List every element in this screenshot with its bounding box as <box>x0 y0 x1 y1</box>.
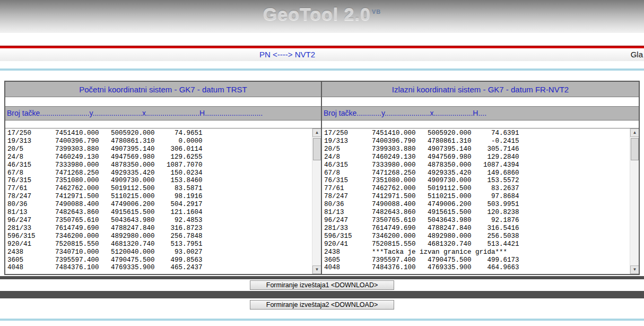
scroll-up-icon[interactable]: ▲ <box>630 128 639 137</box>
source-scrollbar[interactable]: ▲ ▼ <box>312 128 321 274</box>
dark-separator-2 <box>0 291 644 298</box>
app-title-text: GeoTool 2.0 <box>263 4 371 24</box>
report2-row: Formiranje izveštaja2 <DOWNLOAD> <box>0 299 644 310</box>
output-panel-spacer2 <box>322 121 639 128</box>
source-panel-spacer <box>5 97 321 106</box>
output-points-text: 17/250 7451410.000 5005920.000 74.6391 1… <box>324 130 629 274</box>
output-points-list[interactable]: 17/250 7451410.000 5005920.000 74.6391 1… <box>322 128 639 274</box>
report1-row: Formiranje izveštaja1 <DOWNLOAD> <box>0 280 644 290</box>
scroll-up-icon[interactable]: ▲ <box>312 128 321 137</box>
top-separator <box>0 68 644 71</box>
nav-bar: PN <----> NVT2 Gla <box>0 48 644 61</box>
mode-title: PN <----> NVT2 <box>259 50 315 59</box>
scroll-thumb[interactable] <box>313 138 321 160</box>
output-panel-spacer <box>322 97 639 106</box>
source-panel-spacer2 <box>5 121 321 128</box>
output-scrollbar[interactable]: ▲ ▼ <box>630 128 639 274</box>
source-points-text: 17/250 7451410.000 5005920.000 74.9651 1… <box>7 130 311 274</box>
main-menu-link[interactable]: Gla <box>631 50 643 59</box>
output-panel-title: Izlazni koordinatni sistem - GK7 - datum… <box>322 82 639 97</box>
app-title-superscript: VB <box>372 8 381 15</box>
app-title: GeoTool 2.0VB <box>263 4 381 24</box>
source-points-list[interactable]: 17/250 7451410.000 5005920.000 74.9651 1… <box>5 128 321 274</box>
source-columns-header: Broj tačke........................y.....… <box>5 106 321 121</box>
report1-download-button[interactable]: Formiranje izveštaja1 <DOWNLOAD> <box>250 280 394 290</box>
scroll-thumb[interactable] <box>631 138 639 160</box>
source-panel-title: Početni koordinatni sistem - GK7 - datum… <box>5 82 321 97</box>
report2-download-button[interactable]: Formiranje izveštaja2 <DOWNLOAD> <box>250 300 394 310</box>
coordinate-panels: Početni koordinatni sistem - GK7 - datum… <box>4 81 640 275</box>
output-panel: Izlazni koordinatni sistem - GK7 - datum… <box>322 82 639 274</box>
scroll-down-icon[interactable]: ▼ <box>630 265 639 274</box>
page: GeoTool 2.0VB PN <----> NVT2 Gla Početni… <box>0 0 644 326</box>
scroll-down-icon[interactable]: ▼ <box>312 265 321 274</box>
bottom-separator <box>0 319 644 321</box>
app-header: GeoTool 2.0VB <box>0 0 644 33</box>
output-columns-header: Broj tačke............y.................… <box>322 106 639 121</box>
source-panel: Početni koordinatni sistem - GK7 - datum… <box>5 82 322 274</box>
dark-separator-1 <box>0 276 644 279</box>
